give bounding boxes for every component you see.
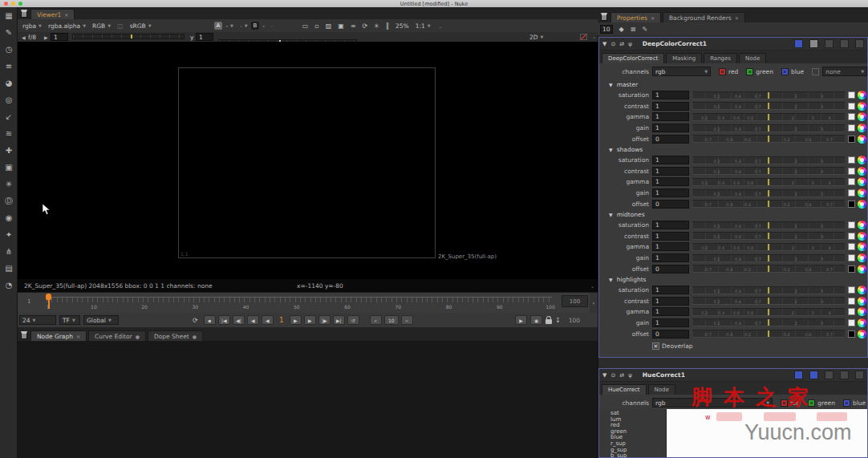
image-icon[interactable]: ▦ — [0, 7, 18, 24]
color-swatch[interactable] — [848, 201, 855, 208]
colorwheel-icon[interactable] — [858, 232, 866, 241]
mask-checkbox[interactable] — [812, 68, 819, 75]
param-slider[interactable]: 0.20.40.723 — [692, 254, 845, 262]
colorwheel-icon[interactable] — [858, 188, 866, 197]
timeline-ruler[interactable] — [47, 297, 552, 302]
colorwheel-icon[interactable] — [858, 102, 866, 111]
ofx-icon[interactable]: ◔ — [0, 277, 18, 294]
deep-tab-node[interactable]: Node — [739, 53, 766, 63]
deep-icon[interactable]: Ⓓ — [0, 193, 18, 209]
clear-all-icon[interactable]: ⊠ — [631, 26, 636, 33]
extra-1-button[interactable] — [825, 39, 834, 48]
gain-stop-label[interactable]: f/8 — [28, 34, 36, 41]
param-slider[interactable]: -0.7-0.4-0.20.20.40.7 — [692, 135, 845, 143]
param-input[interactable]: 0 — [652, 200, 689, 209]
param-slider[interactable]: -0.7-0.4-0.20.20.40.7 — [692, 265, 845, 273]
filter-icon[interactable]: ◎ — [0, 91, 18, 108]
play-back-button[interactable]: ◀ — [262, 315, 274, 325]
time-icon[interactable]: ◷ — [0, 41, 18, 58]
display-channels-dropdown[interactable]: RGB▼ — [89, 21, 114, 30]
close-icon[interactable]: ✕ — [735, 15, 739, 21]
close-icon[interactable]: ● — [193, 334, 197, 339]
colorwheel-icon[interactable] — [858, 253, 866, 262]
view-mode-dropdown[interactable]: 2D▼ — [526, 32, 546, 42]
revert-button[interactable] — [809, 39, 818, 48]
colorspace-dropdown[interactable]: sRGB▼ — [127, 21, 155, 30]
mask-dropdown[interactable]: none▼ — [822, 67, 867, 76]
switch-icon[interactable]: ⇄ — [619, 41, 624, 47]
gain-next-icon[interactable]: ▶ — [44, 34, 48, 40]
param-input[interactable]: 1 — [652, 124, 689, 132]
merge-icon[interactable]: ≋ — [0, 125, 18, 142]
loop-icon[interactable]: ⟳ — [193, 317, 198, 324]
range-mode-dropdown[interactable]: Global▼ — [83, 315, 119, 325]
param-slider[interactable]: 0.20.40.723 — [692, 91, 845, 99]
color-swatch[interactable] — [848, 221, 855, 229]
pin-icon[interactable]: ψ — [628, 372, 632, 379]
deoverlap-checkbox[interactable]: ✕ — [652, 342, 659, 350]
flipbook-button[interactable]: ▶ — [515, 315, 527, 325]
param-input[interactable]: 1 — [652, 156, 689, 164]
color-icon[interactable]: ◕ — [0, 75, 18, 91]
param-slider[interactable]: 0.20.40.723 — [692, 102, 845, 110]
close-button[interactable] — [855, 371, 864, 379]
go-start-button[interactable]: |◀ — [218, 315, 230, 325]
color-swatch[interactable] — [848, 113, 855, 120]
color-swatch[interactable] — [848, 298, 855, 305]
param-slider[interactable]: 0.20.40.60.8234 — [692, 243, 845, 251]
particles-icon[interactable]: ✳ — [0, 176, 18, 193]
colorwheel-icon[interactable] — [858, 330, 866, 338]
views-icon[interactable]: ◉ — [0, 209, 18, 226]
pin-icon[interactable]: ◆ — [619, 26, 624, 33]
prev-keyframe-button[interactable]: ◀| — [233, 315, 245, 325]
channels-dropdown[interactable]: rgb▼ — [652, 67, 711, 76]
curve-item-b_sup[interactable]: b_sup — [610, 453, 666, 458]
loop-current-button[interactable]: ↺ — [347, 315, 359, 325]
colorwheel-icon[interactable] — [858, 265, 866, 274]
timeline-menu-icon[interactable]: ▾ — [590, 293, 598, 314]
toolsets-icon[interactable]: ⋔ — [0, 243, 18, 260]
layers-icon[interactable]: ▣ — [338, 22, 344, 30]
alpha-layer-dropdown[interactable]: rgba.alpha▼ — [45, 21, 89, 30]
colorwheel-icon[interactable] — [858, 297, 866, 306]
colorwheel-icon[interactable] — [858, 167, 866, 176]
frame-step-input[interactable]: 10 — [384, 315, 399, 325]
param-slider[interactable]: 0.20.40.723 — [692, 286, 845, 294]
blue-channel-checkbox[interactable]: ✕ — [781, 68, 789, 75]
input-b2-dropdown[interactable]: - — [268, 21, 277, 30]
gain-slider[interactable] — [72, 34, 185, 39]
param-slider[interactable]: 0.20.40.723 — [692, 189, 845, 197]
close-icon[interactable]: ✕ — [651, 15, 655, 21]
fps-dropdown[interactable]: 24▼ — [19, 315, 56, 325]
proxy-ratio-dropdown[interactable]: 1:1▼ — [412, 21, 434, 30]
decrement-button[interactable]: « — [370, 315, 382, 325]
gamma-input[interactable]: 1 — [196, 33, 213, 41]
metadata-icon[interactable]: ✦ — [0, 226, 18, 243]
close-icon[interactable]: ✕ — [76, 334, 80, 339]
colorwheel-icon[interactable] — [858, 242, 866, 251]
edit-icon[interactable]: ✎ — [642, 26, 647, 33]
param-input[interactable]: 1 — [652, 167, 689, 176]
tf-dropdown[interactable]: TF▼ — [59, 315, 80, 325]
param-slider[interactable]: 0.20.40.723 — [692, 221, 845, 229]
input-b-dropdown[interactable]: - — [259, 21, 268, 30]
extra-1-button[interactable] — [825, 371, 834, 379]
channel-icon[interactable]: ≡ — [0, 58, 18, 75]
colorwheel-icon[interactable] — [858, 156, 866, 164]
input-a-dropdown[interactable]: -▼ — [222, 21, 237, 30]
close-button[interactable] — [855, 39, 864, 48]
pause-icon[interactable]: ‖ — [386, 22, 389, 30]
color-swatch[interactable] — [848, 254, 855, 261]
blue-channel-checkbox[interactable]: ✕ — [843, 399, 850, 407]
play-button[interactable]: ▶ — [290, 315, 302, 325]
node-name[interactable]: DeepColorCorrect1 — [643, 40, 788, 47]
stop-button[interactable]: ▪ — [204, 315, 216, 325]
param-slider[interactable]: 0.20.40.723 — [692, 232, 845, 240]
colorwheel-icon[interactable] — [858, 124, 866, 132]
timeline[interactable]: 1 1102030405060708090100 100 ▾ — [18, 292, 598, 313]
param-input[interactable]: 1 — [652, 253, 689, 262]
colorwheel-icon[interactable] — [858, 200, 866, 209]
minimize-button[interactable] — [794, 371, 803, 379]
viewer-canvas[interactable]: 2K_Super_35(full-ap) 1,1 — [18, 42, 598, 279]
param-slider[interactable]: 0.20.40.723 — [692, 318, 845, 326]
